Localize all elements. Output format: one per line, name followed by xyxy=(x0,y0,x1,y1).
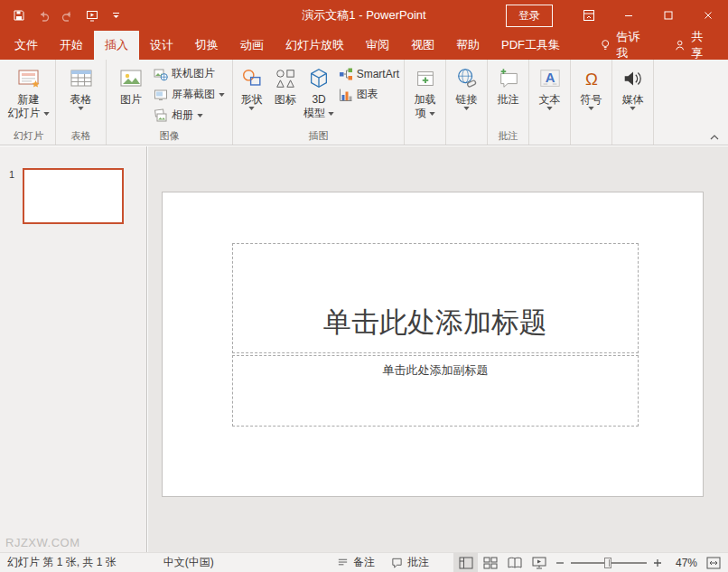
minimize-button[interactable] xyxy=(609,0,649,31)
chevron-down-icon xyxy=(197,114,203,117)
group-label-tables: 表格 xyxy=(58,129,104,145)
zoom-out-button[interactable] xyxy=(551,553,569,572)
shapes-label: 形状 xyxy=(241,93,263,107)
comment-bubble-icon xyxy=(391,557,403,568)
tab-insert[interactable]: 插入 xyxy=(94,31,139,60)
shapes-icon xyxy=(240,67,264,90)
tab-view[interactable]: 视图 xyxy=(400,31,445,60)
collapse-ribbon-button[interactable] xyxy=(710,135,719,140)
tab-design[interactable]: 设计 xyxy=(139,31,184,60)
zoom-percentage[interactable]: 47% xyxy=(667,557,701,569)
shapes-button[interactable]: 形状 xyxy=(235,61,268,110)
start-slideshow-button[interactable] xyxy=(80,4,103,27)
tab-file[interactable]: 文件 xyxy=(4,31,49,60)
tell-me-button[interactable]: 告诉我 xyxy=(591,31,659,60)
text-icon: A xyxy=(538,67,562,90)
quick-access-toolbar xyxy=(0,4,127,27)
window-title: 演示文稿1 - PowerPoint xyxy=(302,7,425,23)
tab-review[interactable]: 审阅 xyxy=(355,31,400,60)
tab-transitions[interactable]: 切换 xyxy=(184,31,229,60)
slideshow-view-button[interactable] xyxy=(527,553,551,572)
person-icon xyxy=(674,39,686,52)
table-button[interactable]: 表格 xyxy=(61,61,101,110)
zoom-slider[interactable] xyxy=(571,553,647,572)
slide-canvas: 单击此处添加标题 单击此处添加副标题 xyxy=(148,146,728,552)
media-button[interactable]: 媒体 xyxy=(616,61,650,110)
ribbon-group-media: 媒体 xyxy=(612,60,654,145)
tell-me-label: 告诉我 xyxy=(616,29,649,61)
icons-label: 图标 xyxy=(275,93,296,107)
slide-1-thumbnail[interactable] xyxy=(23,168,124,224)
ribbon-group-tables: 表格 表格 xyxy=(56,60,107,145)
svg-text:A: A xyxy=(545,70,555,85)
photo-album-icon xyxy=(154,108,168,123)
chevron-down-icon xyxy=(43,112,50,116)
save-button[interactable] xyxy=(7,4,30,27)
reading-view-button[interactable] xyxy=(502,553,527,572)
fit-slide-to-window-button[interactable] xyxy=(701,553,726,572)
subtitle-placeholder[interactable]: 单击此处添加副标题 xyxy=(232,355,639,427)
login-button[interactable]: 登录 xyxy=(506,5,553,27)
online-pictures-button[interactable]: 联机图片 xyxy=(151,64,228,83)
ribbon-group-addins: 加载 项 xyxy=(405,60,446,145)
redo-button[interactable] xyxy=(56,4,79,27)
chevron-down-icon xyxy=(588,107,594,110)
screenshot-icon xyxy=(154,88,168,102)
start-slideshow-icon xyxy=(86,9,98,22)
pictures-button[interactable]: 图片 xyxy=(111,61,151,107)
addins-button[interactable]: 加载 项 xyxy=(408,61,443,120)
photo-album-button[interactable]: 相册 xyxy=(151,106,228,125)
comments-button[interactable]: 批注 xyxy=(383,553,437,572)
text-label: 文本 xyxy=(539,93,561,107)
photo-album-label: 相册 xyxy=(172,108,193,123)
tab-help[interactable]: 帮助 xyxy=(445,31,490,60)
maximize-button[interactable] xyxy=(649,0,688,31)
close-button[interactable] xyxy=(688,0,728,31)
reading-view-icon xyxy=(508,557,522,569)
group-label-media xyxy=(614,129,651,145)
titlebar: 演示文稿1 - PowerPoint 登录 xyxy=(0,0,728,31)
title-placeholder[interactable]: 单击此处添加标题 xyxy=(232,243,639,353)
ribbon-display-options-button[interactable] xyxy=(569,0,609,31)
undo-icon xyxy=(37,10,50,22)
zoom-in-button[interactable] xyxy=(649,553,667,572)
normal-view-button[interactable] xyxy=(453,553,478,572)
new-slide-button[interactable]: 新建 幻灯片 xyxy=(5,61,53,120)
undo-button[interactable] xyxy=(32,4,54,27)
ribbon-group-symbols: Ω 符号 xyxy=(571,60,612,145)
icons-button[interactable]: 图标 xyxy=(268,61,302,107)
links-button[interactable]: 链接 xyxy=(450,61,484,110)
new-slide-label-1: 新建 xyxy=(18,93,40,107)
screenshot-label: 屏幕截图 xyxy=(172,87,215,102)
text-button[interactable]: A 文本 xyxy=(533,61,567,110)
tab-home[interactable]: 开始 xyxy=(49,31,94,60)
language-status[interactable]: 中文(中国) xyxy=(163,555,214,570)
symbols-button[interactable]: Ω 符号 xyxy=(574,61,609,110)
watermark: RJZXW.COM xyxy=(5,536,80,549)
icons-icon xyxy=(274,67,297,90)
ribbon-group-images: 图片 联机图片 屏幕截图 相册 图像 xyxy=(107,60,233,145)
share-button[interactable]: 共享 xyxy=(659,31,728,60)
zoom-slider-thumb[interactable] xyxy=(604,558,611,568)
group-label-images: 图像 xyxy=(108,129,230,145)
slide-sorter-button[interactable] xyxy=(478,553,502,572)
customize-qat-button[interactable] xyxy=(105,4,127,27)
slide-count-status: 幻灯片 第 1 张, 共 1 张 xyxy=(0,555,117,570)
status-bar-right: 备注 批注 47% xyxy=(329,553,728,572)
slide-thumbnail-row: 1 xyxy=(9,168,146,224)
ribbon-group-slides: 新建 幻灯片 幻灯片 xyxy=(2,60,56,145)
new-comment-button[interactable]: 批注 xyxy=(491,61,526,107)
chevron-up-icon xyxy=(710,135,719,140)
chart-button[interactable]: 图表 xyxy=(336,85,402,104)
smartart-button[interactable]: SmartArt xyxy=(336,64,402,83)
notes-button[interactable]: 备注 xyxy=(329,553,383,572)
tab-slide-show[interactable]: 幻灯片放映 xyxy=(275,31,355,60)
3d-models-button[interactable]: 3D 模型 xyxy=(302,61,335,120)
save-icon xyxy=(13,9,25,22)
screenshot-button[interactable]: 屏幕截图 xyxy=(151,85,228,104)
images-small-buttons: 联机图片 屏幕截图 相册 xyxy=(151,61,228,125)
link-globe-icon xyxy=(455,67,479,90)
tab-pdf-tools[interactable]: PDF工具集 xyxy=(490,31,571,60)
slide-editing-area[interactable]: 单击此处添加标题 单击此处添加副标题 xyxy=(162,192,704,497)
tab-animations[interactable]: 动画 xyxy=(229,31,275,60)
